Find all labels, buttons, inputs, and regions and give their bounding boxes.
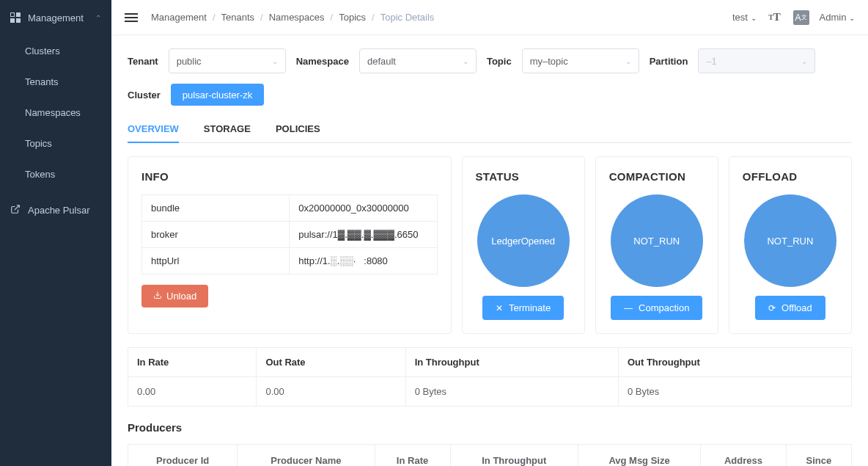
env-selector[interactable]: test ⌄: [732, 12, 757, 23]
tab-overview[interactable]: OVERVIEW: [128, 116, 179, 143]
language-icon[interactable]: A文: [793, 10, 809, 25]
tabs: OVERVIEW STORAGE POLICIES: [128, 116, 852, 143]
terminate-button[interactable]: ✕Terminate: [482, 296, 564, 320]
sidebar-header[interactable]: Management ⌃: [0, 0, 111, 35]
compaction-title: COMPACTION: [609, 170, 705, 183]
grid-icon: [10, 12, 21, 23]
user-menu[interactable]: Admin ⌄: [820, 12, 855, 23]
offload-circle: NOT_RUN: [744, 194, 836, 287]
chevron-down-icon: ⌄: [801, 57, 807, 65]
hamburger-icon[interactable]: [125, 11, 138, 24]
crumb-namespaces[interactable]: Namespaces: [269, 12, 325, 23]
tab-storage[interactable]: STORAGE: [204, 116, 251, 142]
refresh-icon: ⟳: [768, 303, 776, 313]
unload-button[interactable]: Unload: [141, 285, 208, 307]
table-row: brokerpulsar://1▓.▓▓.▓.▓▓▓.6650: [142, 222, 438, 248]
tenant-select[interactable]: public⌄: [169, 48, 286, 73]
producers-table: Producer Id Producer Name In Rate In Thr…: [128, 444, 852, 466]
minus-icon: —: [624, 303, 633, 313]
info-title: INFO: [141, 170, 438, 183]
crumb-topics[interactable]: Topics: [339, 12, 366, 23]
sidebar-item-topics[interactable]: Topics: [0, 128, 111, 159]
topic-label: Topic: [487, 56, 512, 67]
sidebar-item-tenants[interactable]: Tenants: [0, 66, 111, 97]
sidebar-footer-link[interactable]: Apache Pulsar: [0, 194, 111, 226]
sidebar-item-namespaces[interactable]: Namespaces: [0, 97, 111, 128]
info-table: bundle0x20000000_0x30000000 brokerpulsar…: [141, 194, 438, 274]
crumb-tenants[interactable]: Tenants: [221, 12, 255, 23]
chevron-down-icon: ⌄: [463, 57, 468, 65]
compaction-panel: COMPACTION NOT_RUN —Compaction: [595, 156, 718, 334]
topbar: Management/ Tenants/ Namespaces/ Topics/…: [111, 0, 868, 35]
cluster-tag[interactable]: pulsar-cluster-zk: [171, 84, 264, 106]
chevron-down-icon: ⌄: [272, 57, 278, 65]
stats-table: In Rate Out Rate In Throughput Out Throu…: [128, 347, 852, 407]
sidebar-item-tokens[interactable]: Tokens: [0, 159, 111, 189]
crumb-current: Topic Details: [380, 12, 435, 23]
namespace-label: Namespace: [296, 56, 349, 67]
sidebar: Management ⌃ Clusters Tenants Namespaces…: [0, 0, 111, 466]
table-row: 0.00 0.00 0 Bytes 0 Bytes: [128, 377, 852, 407]
sidebar-item-clusters[interactable]: Clusters: [0, 35, 111, 66]
download-icon: [153, 291, 162, 302]
cluster-label: Cluster: [128, 90, 161, 101]
chevron-down-icon: ⌄: [625, 57, 631, 65]
external-link-icon: [10, 204, 21, 216]
producers-title: Producers: [128, 421, 852, 434]
partition-select[interactable]: –1⌄: [698, 48, 815, 73]
namespace-select[interactable]: default⌄: [359, 48, 477, 73]
chevron-up-icon: ⌃: [95, 14, 101, 22]
breadcrumb: Management/ Tenants/ Namespaces/ Topics/…: [151, 12, 434, 23]
close-icon: ✕: [496, 303, 503, 313]
text-size-icon[interactable]: TT: [767, 10, 783, 26]
offload-title: OFFLOAD: [743, 170, 838, 183]
tenant-label: Tenant: [128, 56, 158, 67]
chevron-down-icon: ⌄: [849, 14, 855, 22]
compaction-button[interactable]: —Compaction: [611, 296, 702, 320]
status-title: STATUS: [476, 170, 571, 183]
tab-policies[interactable]: POLICIES: [276, 116, 320, 142]
table-row: bundle0x20000000_0x30000000: [142, 195, 438, 222]
status-panel: STATUS LedgerOpened ✕Terminate: [462, 156, 585, 334]
offload-button[interactable]: ⟳Offload: [755, 296, 825, 320]
info-panel: INFO bundle0x20000000_0x30000000 brokerp…: [128, 156, 452, 334]
topic-select[interactable]: my–topic⌄: [522, 48, 639, 73]
crumb-management[interactable]: Management: [151, 12, 207, 23]
compaction-circle: NOT_RUN: [611, 194, 703, 287]
status-circle: LedgerOpened: [477, 194, 570, 287]
partition-label: Partition: [650, 56, 688, 67]
table-row: httpUrlhttp://1.░.░░· :8080: [142, 248, 438, 274]
chevron-down-icon: ⌄: [751, 14, 757, 22]
sidebar-title: Management: [28, 12, 84, 23]
offload-panel: OFFLOAD NOT_RUN ⟳Offload: [729, 156, 852, 334]
svg-line-0: [15, 205, 19, 209]
